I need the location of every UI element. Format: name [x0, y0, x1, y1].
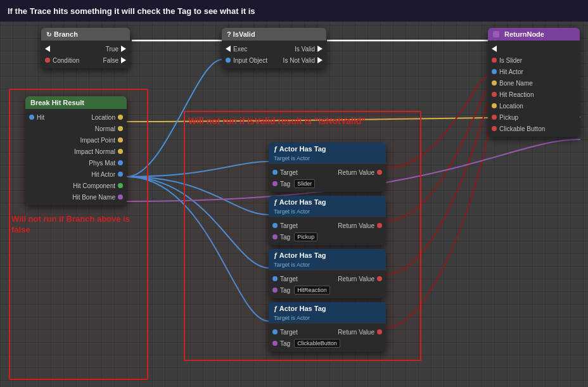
annotation-text-outer: Will not run if Branch above is false	[11, 214, 138, 236]
return-location-pin	[492, 103, 497, 108]
ht1-tag-value[interactable]: Slider	[294, 179, 315, 188]
isvalid-inputobj-row: Input Object Is Not Valid	[222, 54, 326, 66]
return-node: ReturnNode Is Slider Hit Actor Bone Name	[488, 28, 580, 137]
branch-node-header: ↻ Branch	[41, 28, 130, 41]
ht3-tag-pin	[272, 288, 278, 293]
ht3-tag-value[interactable]: HitReaction	[294, 286, 330, 295]
ht2-tag-row: Tag Pickup	[269, 231, 386, 243]
break-node-body: Hit Location Normal Impact Point Impact …	[25, 109, 127, 205]
ht3-tag-row: Tag HitReaction	[269, 284, 386, 296]
isvalid-exec-in-pin	[226, 46, 231, 52]
return-pickup-pin	[492, 115, 497, 120]
isvalid-exec-row: Exec Is Valid	[222, 43, 326, 54]
ht2-subtitle: Target is Actor	[269, 208, 386, 217]
break-normal-row: Normal	[25, 123, 127, 134]
ht4-subtitle: Target is Actor	[269, 315, 386, 324]
branch-node-body: True Condition False	[41, 41, 130, 68]
ht1-header: ƒ Actor Has Tag	[269, 143, 386, 155]
ht1-target-row: Target Return Value	[269, 167, 386, 178]
isvalid-input-pin	[226, 58, 231, 63]
title-bar: If the Trace hits something it will chec…	[0, 0, 588, 22]
break-hit-result-node: Break Hit Result Hit Location Normal Imp…	[25, 96, 127, 205]
return-isslider-pin	[492, 58, 497, 63]
ht3-target-pin	[272, 276, 278, 281]
branch-false-pin	[121, 57, 126, 63]
ht3-target-row: Target Return Value	[269, 273, 386, 284]
actor-has-tag-node-4: ƒ Actor Has Tag Target is Actor Target R…	[269, 302, 386, 352]
branch-condition-row: Condition False	[41, 54, 130, 66]
isvalid-node: ? IsValid Exec Is Valid Input Object Is …	[222, 28, 326, 68]
break-physmat-pin	[118, 160, 123, 165]
ht1-subtitle: Target is Actor	[269, 155, 386, 164]
break-hitbonename-row: Hit Bone Name	[25, 191, 127, 203]
ht2-tag-value[interactable]: Pickup	[294, 232, 317, 241]
return-location-row: Location	[488, 100, 580, 111]
ht3-subtitle: Target is Actor	[269, 262, 386, 270]
return-exec-row	[488, 43, 580, 54]
return-bonename-row: Bone Name	[488, 77, 580, 89]
break-hit-row: Hit Location	[25, 111, 127, 123]
isvalid-isvalid-pin	[317, 46, 323, 52]
branch-icon: ↻	[46, 31, 51, 38]
ht4-tag-row: Tag ClickableButton	[269, 338, 386, 349]
ht4-header: ƒ Actor Has Tag	[269, 302, 386, 315]
branch-condition-pin	[45, 58, 50, 63]
ht3-header: ƒ Actor Has Tag	[269, 249, 386, 262]
ht1-target-pin	[272, 170, 278, 175]
return-clickable-pin	[492, 126, 497, 131]
return-hitactor-pin	[492, 69, 497, 74]
return-clickable-row: Clickable Button	[488, 123, 580, 134]
ht1-tag-row: Tag Slider	[269, 178, 386, 189]
branch-exec-row: True	[41, 43, 130, 54]
break-hitbonename-pin	[118, 194, 123, 200]
return-bonename-pin	[492, 80, 497, 86]
ht4-tag-value[interactable]: ClickableButton	[294, 339, 340, 348]
isvalid-node-body: Exec Is Valid Input Object Is Not Valid	[222, 41, 326, 68]
break-impactnormal-row: Impact Normal	[25, 146, 127, 157]
ht3-body: Target Return Value Tag HitReaction	[269, 270, 386, 298]
ht1-tag-pin	[272, 181, 278, 186]
ht4-target-pin	[272, 329, 278, 334]
break-location-out-pin	[118, 115, 123, 120]
ht2-header: ƒ Actor Has Tag	[269, 196, 386, 208]
isvalid-node-header: ? IsValid	[222, 28, 326, 41]
ht2-tag-pin	[272, 234, 278, 239]
break-hitcomponent-pin	[118, 183, 123, 188]
break-impactpoint-pin	[118, 137, 123, 143]
break-hitcomponent-row: Hit Component	[25, 180, 127, 191]
return-node-icon	[493, 31, 499, 37]
page-title: If the Trace hits something it will chec…	[8, 6, 255, 16]
break-hitactor-pin	[118, 172, 123, 177]
ht4-body: Target Return Value Tag ClickableButton	[269, 324, 386, 352]
break-node-header: Break Hit Result	[25, 96, 127, 109]
annotation-text-inner: Will not run if IsValid result is "IsNot…	[188, 116, 410, 126]
actor-has-tag-node-2: ƒ Actor Has Tag Target is Actor Target R…	[269, 196, 386, 245]
ht3-returnvalue-pin	[377, 276, 382, 281]
ht4-returnvalue-pin	[377, 329, 382, 334]
branch-exec-in-pin	[45, 46, 50, 52]
return-hitreaction-pin	[492, 92, 497, 97]
break-impactnormal-pin	[118, 149, 123, 154]
isvalid-notvalid-pin	[317, 57, 323, 63]
break-impactpoint-row: Impact Point	[25, 134, 127, 146]
ht4-tag-pin	[272, 341, 278, 346]
ht4-target-row: Target Return Value	[269, 326, 386, 338]
break-hitactor-row: Hit Actor	[25, 168, 127, 180]
ht1-body: Target Return Value Tag Slider	[269, 164, 386, 192]
ht2-target-pin	[272, 223, 278, 228]
break-physmat-row: Phys Mat	[25, 157, 127, 168]
ht2-returnvalue-pin	[377, 223, 382, 228]
break-hit-pin	[29, 115, 34, 120]
ht1-returnvalue-pin	[377, 170, 382, 175]
return-exec-pin	[492, 46, 497, 52]
return-node-body: Is Slider Hit Actor Bone Name Hit Reacti…	[488, 41, 580, 137]
return-isslider-row: Is Slider	[488, 54, 580, 66]
return-node-header: ReturnNode	[488, 28, 580, 41]
return-hitactor-row: Hit Actor	[488, 66, 580, 77]
actor-has-tag-node-3: ƒ Actor Has Tag Target is Actor Target R…	[269, 249, 386, 298]
ht2-body: Target Return Value Tag Pickup	[269, 217, 386, 245]
actor-has-tag-node-1: ƒ Actor Has Tag Target is Actor Target R…	[269, 143, 386, 192]
ht2-target-row: Target Return Value	[269, 220, 386, 231]
break-normal-pin	[118, 126, 123, 131]
return-pickup-row: Pickup	[488, 111, 580, 123]
